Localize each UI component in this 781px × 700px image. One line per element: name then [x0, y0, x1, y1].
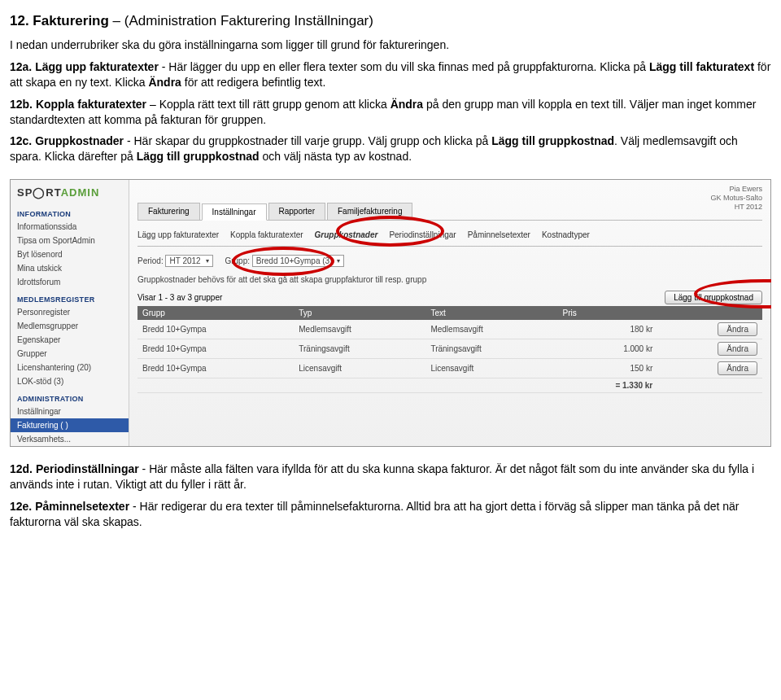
period-value: HT 2012: [169, 256, 200, 265]
table-row: Bredd 10+GympaTräningsavgiftTräningsavgi…: [137, 339, 762, 359]
sidebar-item[interactable]: Fakturering ( ): [11, 418, 129, 432]
period-label: Period:: [137, 256, 164, 265]
brand-ring-icon: ◯: [33, 186, 46, 199]
tab-level1[interactable]: Rapporter: [268, 203, 325, 220]
tabs-level2: Lägg upp fakturatexterKoppla fakturatext…: [137, 225, 762, 247]
table-row: Bredd 10+GympaMedlemsavgiftMedlemsavgift…: [137, 320, 762, 339]
edit-button[interactable]: Ändra: [718, 322, 757, 336]
intro-paragraph: I nedan underrubriker ska du göra instäl…: [10, 37, 771, 53]
gruppkostnader-table: GruppTypTextPris Bredd 10+GympaMedlemsav…: [137, 306, 762, 393]
sidebar-item[interactable]: Informationssida: [11, 220, 129, 234]
tab-level1[interactable]: Familjefakturering: [327, 203, 412, 220]
sidebar-item[interactable]: Byt lösenord: [11, 247, 129, 261]
sidebar-item[interactable]: LOK-stöd (3): [11, 374, 129, 388]
table-cell: Ändra: [657, 320, 762, 339]
p12a-bold3: Ändra: [148, 76, 181, 89]
sidebar-item[interactable]: Licenshantering (20): [11, 361, 129, 374]
group-label: Grupp:: [225, 256, 250, 265]
user-name: Pia Ewers: [710, 185, 762, 194]
paragraph-12a: 12a. Lägg upp fakturatexter - Här lägger…: [10, 59, 771, 90]
sidebar-item[interactable]: Grupper: [11, 347, 129, 361]
heading-12-num: 12. Fakturering: [10, 13, 109, 28]
sidebar-block-title: INFORMATION: [11, 203, 129, 220]
table-cell: Bredd 10+Gympa: [137, 339, 294, 359]
add-gruppkostnad-button[interactable]: Lägg till gruppkostnad: [665, 291, 762, 304]
p12b-rest: – Koppla rätt text till rätt grupp genom…: [146, 98, 390, 111]
tabs-level1: FaktureringInställningarRapporterFamilje…: [137, 203, 762, 221]
sidebar-item[interactable]: Idrottsforum: [11, 275, 129, 289]
tab-level2[interactable]: Påminnelsetexter: [468, 230, 530, 239]
tab-level1[interactable]: Inställningar: [202, 203, 267, 221]
table-cell: 1.000 kr: [558, 339, 658, 359]
brand-part3: ADMIN: [61, 186, 100, 199]
paragraph-12b: 12b. Koppla fakturatexter – Koppla rätt …: [10, 97, 771, 128]
p12b-bold2: Ändra: [390, 98, 423, 111]
table-cell: Bredd 10+Gympa: [137, 359, 294, 378]
filter-row: Period: HT 2012 ▾ Grupp: Bredd 10+Gympa …: [137, 247, 762, 272]
table-cell: Medlemsavgift: [294, 320, 425, 339]
sidebar: SP◯RTADMIN INFORMATIONInformationssidaTi…: [11, 180, 129, 446]
group-dropdown[interactable]: Bredd 10+Gympa (3) ▾: [252, 255, 345, 267]
p12a-rest: - Här lägger du upp en eller flera texte…: [159, 60, 649, 73]
brand-part1: SP: [17, 186, 33, 199]
tab-level2[interactable]: Lägg upp fakturatexter: [137, 230, 219, 239]
chevron-down-icon: ▾: [337, 257, 340, 265]
table-header: [657, 306, 762, 320]
p12c-bold3: Lägg till gruppkostnad: [137, 150, 260, 163]
hint-text: Gruppkostnader behövs för att det ska gå…: [137, 275, 762, 284]
paragraph-12d: 12d. Periodinställningar - Här måste all…: [10, 462, 771, 492]
brand-logo: SP◯RTADMIN: [11, 180, 129, 203]
table-header: Grupp: [137, 306, 294, 320]
sidebar-block-title: ADMINISTRATION: [11, 388, 129, 405]
table-sum-row: = 1.330 kr: [137, 378, 762, 393]
sidebar-item[interactable]: Medlemsgrupper: [11, 319, 129, 333]
table-cell: Träningsavgift: [294, 339, 425, 359]
p12e-lead: 12e. Påminnelsetexter: [10, 500, 129, 513]
period-dropdown[interactable]: HT 2012 ▾: [165, 255, 212, 267]
p12c-lead: 12c. Gruppkostnader: [10, 134, 124, 147]
table-cell: Träningsavgift: [425, 339, 557, 359]
p12c-rest3: och välj nästa typ av kostnad.: [260, 150, 412, 163]
table-cell: Bredd 10+Gympa: [137, 320, 294, 339]
table-cell: Medlemsavgift: [425, 320, 557, 339]
table-row: Bredd 10+GympaLicensavgiftLicensavgift15…: [137, 359, 762, 378]
p12a-rest3: för att redigera befintlig text.: [181, 76, 325, 89]
p12b-lead: 12b. Koppla fakturatexter: [10, 98, 146, 111]
table-header: Pris: [558, 306, 658, 320]
p12a-lead: 12a. Lägg upp fakturatexter: [10, 60, 159, 73]
table-header: Text: [425, 306, 557, 320]
main-panel: Pia Ewers GK Motus-Salto HT 2012 Fakture…: [129, 180, 770, 446]
user-org: GK Motus-Salto: [710, 194, 762, 203]
result-count: Visar 1 - 3 av 3 grupper: [137, 293, 222, 302]
edit-button[interactable]: Ändra: [718, 361, 757, 375]
group-value: Bredd 10+Gympa (3): [256, 256, 333, 265]
table-cell: 180 kr: [558, 320, 658, 339]
sidebar-item[interactable]: Tipsa om SportAdmin: [11, 234, 129, 247]
sidebar-block-title: MEDLEMSREGISTER: [11, 289, 129, 305]
table-cell: Licensavgift: [294, 359, 425, 378]
p12d-lead: 12d. Periodinställningar: [10, 462, 139, 475]
chevron-down-icon: ▾: [206, 257, 209, 265]
screenshot-gruppkostnader: SP◯RTADMIN INFORMATIONInformationssidaTi…: [10, 179, 771, 447]
edit-button[interactable]: Ändra: [718, 342, 757, 356]
sidebar-item[interactable]: Personregister: [11, 305, 129, 319]
p12a-bold2: Lägg till fakturatext: [649, 60, 754, 73]
sidebar-item[interactable]: Verksamhets...: [11, 432, 129, 446]
tab-level2[interactable]: Koppla fakturatexter: [230, 230, 303, 239]
tab-level2[interactable]: Kostnadtyper: [542, 230, 590, 239]
table-cell: Ändra: [657, 339, 762, 359]
table-cell: Ändra: [657, 359, 762, 378]
paragraph-12e: 12e. Påminnelsetexter - Här redigerar du…: [10, 499, 771, 530]
heading-12: 12. Fakturering – (Administration Faktur…: [10, 13, 771, 29]
table-sum: = 1.330 kr: [558, 378, 658, 393]
sidebar-item[interactable]: Mina utskick: [11, 261, 129, 275]
user-period: HT 2012: [710, 203, 762, 212]
paragraph-12c: 12c. Gruppkostnader - Här skapar du grup…: [10, 133, 771, 164]
tab-level2[interactable]: Gruppkostnader: [315, 230, 378, 239]
table-header: Typ: [294, 306, 425, 320]
tab-level1[interactable]: Fakturering: [137, 203, 200, 220]
sidebar-item[interactable]: Inställningar: [11, 405, 129, 418]
tab-level2[interactable]: Periodinställningar: [389, 230, 456, 239]
sidebar-item[interactable]: Egenskaper: [11, 333, 129, 347]
table-cell: Licensavgift: [425, 359, 557, 378]
